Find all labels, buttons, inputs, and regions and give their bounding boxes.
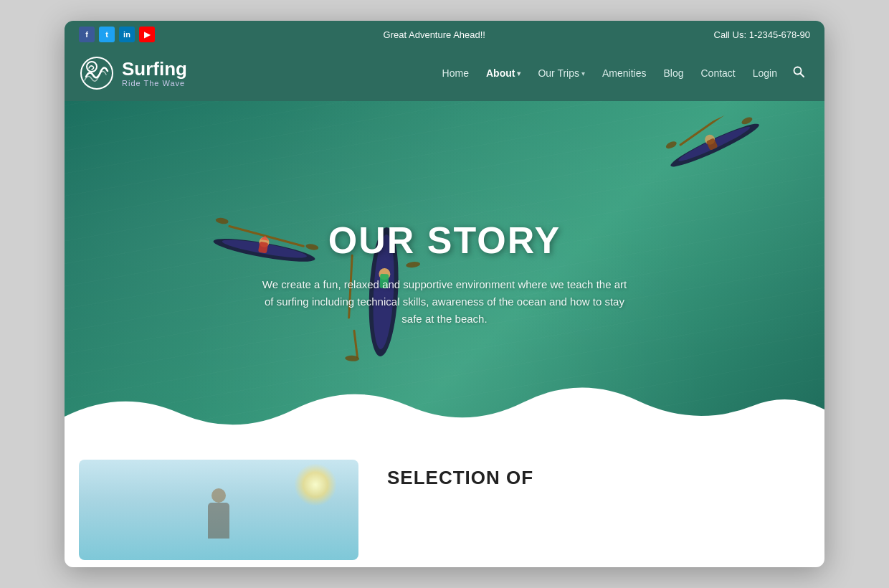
svg-point-0 — [81, 57, 113, 89]
tagline: Great Adventure Ahead!! — [384, 29, 485, 40]
nav-about[interactable]: About ▾ — [479, 65, 528, 82]
nav-blog[interactable]: Blog — [656, 65, 690, 82]
logo-subtitle: Ride The Wave — [122, 79, 187, 87]
below-fold-section: SELECTION OF — [65, 445, 824, 567]
logo-icon — [79, 55, 115, 91]
svg-line-3 — [801, 74, 804, 77]
sun-glow — [294, 463, 337, 506]
nav-home[interactable]: Home — [435, 65, 476, 82]
svg-point-14 — [215, 217, 229, 225]
trips-dropdown-arrow: ▾ — [581, 70, 585, 77]
logo-title: Surfing — [122, 59, 187, 80]
hero-content: OUR STORY We create a fun, relaxed and s… — [244, 204, 645, 342]
nav-login[interactable]: Login — [746, 65, 784, 82]
nav-links: Home About ▾ Our Trips ▾ Amenities Blog … — [435, 63, 810, 83]
browser-window: f t in ▶ Great Adventure Ahead!! Call Us… — [65, 21, 824, 567]
selection-text: SELECTION OF — [387, 460, 533, 489]
nav-amenities[interactable]: Amenities — [595, 65, 653, 82]
search-icon[interactable] — [787, 63, 810, 83]
facebook-icon[interactable]: f — [79, 27, 95, 42]
person-body — [208, 503, 229, 539]
svg-point-7 — [665, 140, 678, 150]
youtube-icon[interactable]: ▶ — [139, 27, 155, 42]
phone-number: Call Us: 1-2345-678-90 — [714, 29, 810, 40]
svg-point-1 — [87, 62, 97, 72]
top-bar: f t in ▶ Great Adventure Ahead!! Call Us… — [65, 21, 824, 48]
logo-text: Surfing Ride The Wave — [122, 59, 187, 88]
linkedin-icon[interactable]: in — [119, 27, 135, 42]
person-silhouette — [197, 488, 240, 553]
hero-subtitle: We create a fun, relaxed and supportive … — [258, 276, 631, 328]
hero-section: OUR STORY We create a fun, relaxed and s… — [65, 101, 824, 445]
twitter-icon[interactable]: t — [99, 27, 115, 42]
nav-contact[interactable]: Contact — [693, 65, 742, 82]
social-icons: f t in ▶ — [79, 27, 155, 42]
logo[interactable]: Surfing Ride The Wave — [79, 55, 187, 91]
wave-bottom — [65, 374, 824, 445]
selection-image — [79, 460, 358, 560]
hero-title: OUR STORY — [258, 219, 631, 262]
person-head — [211, 488, 226, 503]
svg-point-8 — [741, 115, 753, 125]
selection-image-inner — [79, 460, 358, 560]
about-dropdown-arrow: ▾ — [517, 70, 520, 77]
nav-our-trips[interactable]: Our Trips ▾ — [531, 65, 592, 82]
selection-title: SELECTION OF — [387, 467, 533, 489]
nav-bar: Surfing Ride The Wave Home About ▾ Our T… — [65, 48, 824, 101]
